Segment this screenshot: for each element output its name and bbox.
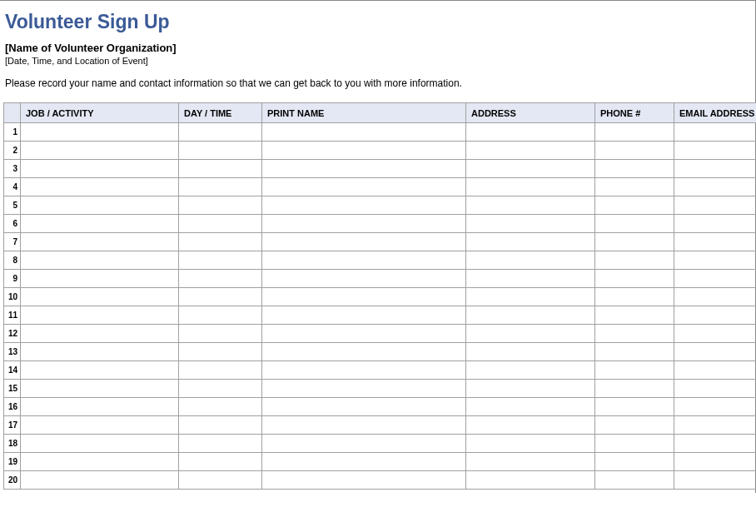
- day-input[interactable]: [184, 251, 256, 269]
- email-input[interactable]: [679, 343, 756, 360]
- address-input[interactable]: [471, 306, 589, 324]
- name-input[interactable]: [267, 380, 460, 397]
- job-input[interactable]: [26, 416, 173, 434]
- phone-input[interactable]: [600, 325, 669, 342]
- name-input[interactable]: [267, 251, 460, 269]
- day-input[interactable]: [184, 306, 256, 324]
- address-input[interactable]: [471, 196, 589, 214]
- address-input[interactable]: [471, 471, 589, 489]
- email-input[interactable]: [679, 325, 756, 342]
- name-input[interactable]: [267, 142, 460, 159]
- phone-input[interactable]: [600, 416, 669, 434]
- name-input[interactable]: [267, 178, 460, 196]
- email-input[interactable]: [679, 306, 756, 324]
- address-input[interactable]: [471, 233, 589, 251]
- phone-input[interactable]: [600, 215, 669, 232]
- phone-input[interactable]: [600, 398, 669, 415]
- job-input[interactable]: [26, 471, 173, 489]
- job-input[interactable]: [26, 288, 173, 306]
- day-input[interactable]: [184, 233, 256, 251]
- phone-input[interactable]: [600, 471, 669, 489]
- email-input[interactable]: [679, 380, 756, 397]
- email-input[interactable]: [679, 142, 756, 159]
- phone-input[interactable]: [600, 178, 669, 196]
- email-input[interactable]: [679, 233, 756, 251]
- name-input[interactable]: [267, 416, 460, 434]
- address-input[interactable]: [471, 398, 589, 415]
- email-input[interactable]: [679, 416, 756, 434]
- job-input[interactable]: [26, 380, 173, 397]
- name-input[interactable]: [267, 361, 460, 379]
- email-input[interactable]: [679, 435, 756, 452]
- address-input[interactable]: [471, 160, 589, 177]
- email-input[interactable]: [679, 288, 756, 306]
- phone-input[interactable]: [600, 123, 669, 141]
- day-input[interactable]: [184, 416, 256, 434]
- day-input[interactable]: [184, 435, 256, 452]
- job-input[interactable]: [26, 398, 173, 415]
- phone-input[interactable]: [600, 343, 669, 360]
- day-input[interactable]: [184, 160, 256, 177]
- phone-input[interactable]: [600, 142, 669, 159]
- phone-input[interactable]: [600, 453, 669, 470]
- name-input[interactable]: [267, 325, 460, 342]
- day-input[interactable]: [184, 380, 256, 397]
- phone-input[interactable]: [600, 196, 669, 214]
- name-input[interactable]: [267, 471, 460, 489]
- address-input[interactable]: [471, 178, 589, 196]
- job-input[interactable]: [26, 306, 173, 324]
- address-input[interactable]: [471, 215, 589, 232]
- job-input[interactable]: [26, 361, 173, 379]
- email-input[interactable]: [679, 178, 756, 196]
- address-input[interactable]: [471, 270, 589, 287]
- day-input[interactable]: [184, 343, 256, 360]
- phone-input[interactable]: [600, 288, 669, 306]
- job-input[interactable]: [26, 453, 173, 470]
- job-input[interactable]: [26, 270, 173, 287]
- address-input[interactable]: [471, 325, 589, 342]
- phone-input[interactable]: [600, 361, 669, 379]
- day-input[interactable]: [184, 178, 256, 196]
- job-input[interactable]: [26, 123, 173, 141]
- address-input[interactable]: [471, 416, 589, 434]
- name-input[interactable]: [267, 123, 460, 141]
- phone-input[interactable]: [600, 160, 669, 177]
- address-input[interactable]: [471, 380, 589, 397]
- job-input[interactable]: [26, 196, 173, 214]
- email-input[interactable]: [679, 196, 756, 214]
- address-input[interactable]: [471, 453, 589, 470]
- day-input[interactable]: [184, 142, 256, 159]
- day-input[interactable]: [184, 361, 256, 379]
- name-input[interactable]: [267, 398, 460, 415]
- email-input[interactable]: [679, 361, 756, 379]
- day-input[interactable]: [184, 123, 256, 141]
- day-input[interactable]: [184, 288, 256, 306]
- day-input[interactable]: [184, 471, 256, 489]
- email-input[interactable]: [679, 123, 756, 141]
- day-input[interactable]: [184, 453, 256, 470]
- day-input[interactable]: [184, 270, 256, 287]
- address-input[interactable]: [471, 435, 589, 452]
- phone-input[interactable]: [600, 380, 669, 397]
- email-input[interactable]: [679, 215, 756, 232]
- job-input[interactable]: [26, 435, 173, 452]
- email-input[interactable]: [679, 270, 756, 287]
- name-input[interactable]: [267, 196, 460, 214]
- address-input[interactable]: [471, 288, 589, 306]
- name-input[interactable]: [267, 270, 460, 287]
- name-input[interactable]: [267, 288, 460, 306]
- email-input[interactable]: [679, 453, 756, 470]
- day-input[interactable]: [184, 215, 256, 232]
- email-input[interactable]: [679, 398, 756, 415]
- email-input[interactable]: [679, 471, 756, 489]
- day-input[interactable]: [184, 325, 256, 342]
- phone-input[interactable]: [600, 270, 669, 287]
- job-input[interactable]: [26, 325, 173, 342]
- address-input[interactable]: [471, 123, 589, 141]
- address-input[interactable]: [471, 251, 589, 269]
- email-input[interactable]: [679, 160, 756, 177]
- job-input[interactable]: [26, 215, 173, 232]
- job-input[interactable]: [26, 142, 173, 159]
- address-input[interactable]: [471, 142, 589, 159]
- job-input[interactable]: [26, 251, 173, 269]
